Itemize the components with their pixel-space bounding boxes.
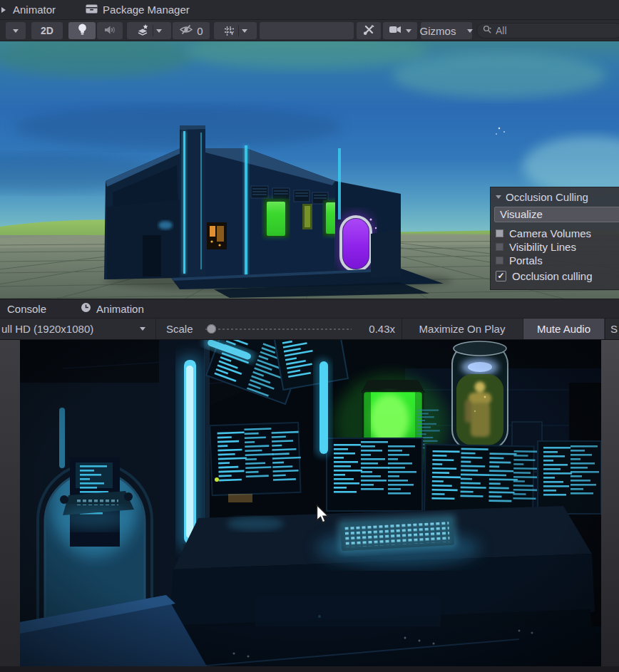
toolbar-empty-segment [260, 22, 354, 39]
lightbulb-icon [77, 24, 88, 38]
chevron-down-icon[interactable] [156, 29, 162, 33]
toggle-label: Visibility Lines [509, 241, 576, 253]
tab-console[interactable]: Console [0, 299, 53, 318]
visualize-dropdown[interactable]: Visualize [494, 207, 619, 222]
unity-editor-window: Animator Package Manager 2D 0 Y [0, 0, 619, 672]
bottom-tab-bar: Console Animation [0, 299, 619, 319]
tab-package-manager-label: Package Manager [103, 4, 190, 16]
scale-label: Scale [166, 319, 193, 339]
game-view[interactable] [0, 340, 619, 672]
mute-audio-button[interactable]: Mute Audio [523, 319, 604, 339]
toggle-portals[interactable]: Portals [494, 254, 619, 267]
scale-value: 0.43x [355, 319, 395, 339]
game-view-left-margin [0, 340, 20, 672]
slider-track [205, 329, 352, 330]
grid-visibility-button[interactable]: Y [214, 22, 257, 39]
game-toolbar: ull HD (1920x1080) Scale 0.43x Maximize … [0, 319, 619, 340]
chevron-down-icon[interactable] [242, 29, 247, 33]
chevron-down-icon [13, 29, 19, 33]
tab-animator[interactable]: Animator [6, 0, 63, 19]
scene-camera-button[interactable] [383, 22, 417, 39]
gizmos-button[interactable]: Gizmos [421, 22, 472, 39]
checkbox-icon [496, 229, 503, 237]
toggle-visibility-lines[interactable]: Visibility Lines [494, 240, 619, 254]
scene-search-field[interactable] [476, 23, 619, 38]
2d-label: 2D [41, 25, 53, 36]
eye-slash-icon [179, 24, 193, 37]
scene-view[interactable]: Occlusion Culling Visualize Camera Volum… [0, 41, 619, 299]
effects-visibility-button[interactable] [127, 22, 171, 39]
draw-mode-dropdown[interactable] [6, 22, 26, 39]
package-icon [86, 4, 98, 16]
clock-icon [81, 302, 91, 315]
tab-animator-label: Animator [13, 4, 56, 16]
game-3d-render [20, 340, 601, 666]
stats-button[interactable]: S [610, 319, 618, 339]
chevron-down-icon[interactable] [406, 29, 411, 33]
top-tab-bar: Animator Package Manager [0, 0, 619, 20]
toggle-camera-volumes[interactable]: Camera Volumes [494, 227, 619, 240]
hidden-count: 0 [197, 25, 203, 37]
slider-thumb[interactable] [207, 324, 216, 334]
checkbox-icon [496, 243, 503, 251]
toggle-label: Camera Volumes [509, 227, 591, 239]
grid-axis-label: Y [230, 30, 234, 36]
tools-icon [362, 24, 375, 38]
gizmos-label: Gizmos [420, 25, 456, 37]
search-input[interactable] [496, 25, 617, 36]
scale-slider[interactable] [205, 319, 352, 339]
tab-console-label: Console [7, 303, 46, 315]
checkbox-icon [496, 257, 503, 264]
divider [153, 25, 153, 36]
toggle-label: Occlusion culling [512, 270, 593, 282]
camera-icon [389, 25, 402, 36]
occlusion-panel-title: Occlusion Culling [506, 191, 588, 203]
divider [605, 319, 605, 339]
hidden-objects-button[interactable]: 0 [173, 22, 210, 39]
effects-icon [137, 24, 150, 38]
game-view-right-margin [601, 340, 619, 672]
scene-lighting-button[interactable] [68, 22, 96, 39]
chevron-down-icon[interactable] [467, 29, 473, 33]
search-icon [483, 24, 492, 37]
checkbox-checked-icon: ✓ [496, 271, 506, 281]
maximize-on-play-button[interactable]: Maximize On Play [402, 319, 522, 339]
divider [155, 319, 156, 339]
resolution-dropdown[interactable]: ull HD (1920x1080) [0, 319, 153, 339]
toggle-2d-button[interactable]: 2D [31, 22, 63, 39]
toggle-occlusion-culling[interactable]: ✓ Occlusion culling [494, 267, 619, 284]
occlusion-culling-panel: Occlusion Culling Visualize Camera Volum… [490, 187, 619, 290]
scene-toolbar: 2D 0 Y [0, 20, 619, 41]
tab-package-manager[interactable]: Package Manager [78, 0, 197, 19]
toggle-label: Portals [509, 254, 543, 267]
grid-icon: Y [223, 25, 235, 37]
occlusion-panel-header[interactable]: Occlusion Culling [494, 190, 619, 206]
chevron-down-icon [140, 327, 145, 331]
collapse-icon [496, 195, 501, 199]
game-view-bottom-margin [0, 666, 619, 672]
scene-audio-button[interactable] [97, 22, 123, 39]
tab-animation-label: Animation [96, 303, 144, 315]
divider [238, 25, 239, 36]
speaker-icon [104, 25, 116, 37]
tab-animation[interactable]: Animation [73, 299, 151, 318]
component-tools-button[interactable] [357, 22, 381, 39]
resolution-label: ull HD (1920x1080) [0, 323, 93, 335]
